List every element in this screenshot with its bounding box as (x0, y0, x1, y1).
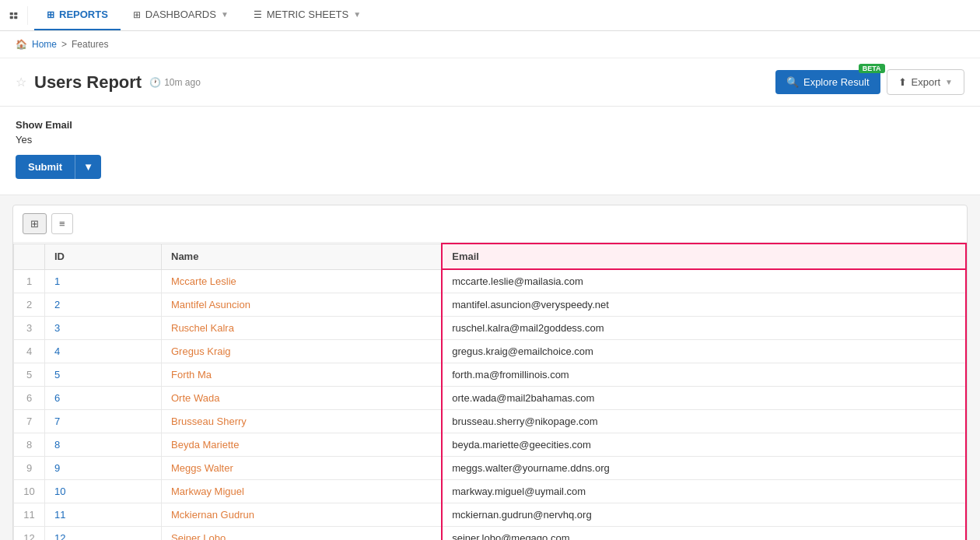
cell-name: Mckiernan Gudrun (162, 503, 443, 527)
filter-label: Show Email (16, 119, 964, 131)
table-row: 66Orte Wadaorte.wada@mail2bahamas.com (14, 387, 967, 410)
cell-name: Orte Wada (162, 387, 443, 410)
id-link[interactable]: 7 (54, 416, 60, 427)
id-link[interactable]: 8 (54, 439, 60, 451)
id-link[interactable]: 5 (54, 369, 60, 380)
cell-id: 6 (45, 387, 162, 410)
table-row: 1111Mckiernan Gudrunmckiernan.gudrun@ner… (14, 503, 967, 527)
name-link[interactable]: Gregus Kraig (171, 345, 231, 357)
cell-id: 10 (45, 480, 162, 503)
cell-id: 1 (45, 269, 162, 293)
filter-value: Yes (16, 134, 964, 146)
name-link[interactable]: Brusseau Sherry (171, 416, 247, 427)
name-link[interactable]: Meggs Walter (171, 462, 233, 474)
table-row: 33Ruschel Kalraruschel.kalra@mail2goddes… (14, 317, 967, 340)
id-link[interactable]: 11 (54, 509, 65, 521)
id-link[interactable]: 2 (54, 299, 60, 310)
cell-name: Meggs Walter (162, 457, 443, 480)
nav-item-reports[interactable]: ⊞ REPORTS (34, 0, 121, 30)
id-link[interactable]: 12 (54, 532, 65, 540)
nav-logo[interactable] (9, 6, 28, 25)
col-header-rownum (14, 244, 45, 269)
grid-icon: ⊞ (30, 218, 39, 230)
table-section: ⊞ ≡ ID Name Email 11Mccarte Lesliemccart… (12, 205, 968, 540)
name-link[interactable]: Mantifel Asuncion (171, 299, 250, 310)
id-link[interactable]: 6 (54, 392, 60, 404)
export-button[interactable]: ⬆ Export ▼ (887, 69, 964, 95)
table-row: 1010Markway Miguelmarkway.miguel@uymail.… (14, 480, 967, 503)
name-link[interactable]: Markway Miguel (171, 486, 244, 497)
table-row: 22Mantifel Asuncionmantifel.asuncion@ver… (14, 293, 967, 317)
time-ago-text: 10m ago (164, 77, 201, 88)
cell-email: gregus.kraig@emailchoice.com (442, 340, 966, 363)
svg-rect-1 (14, 12, 17, 14)
cell-email: orte.wada@mail2bahamas.com (442, 387, 966, 410)
cell-rownum: 2 (14, 293, 45, 317)
cell-email: ruschel.kalra@mail2goddess.com (442, 317, 966, 340)
export-icon: ⬆ (898, 76, 907, 88)
submit-chevron-icon: ▼ (83, 161, 93, 173)
name-link[interactable]: Beyda Mariette (171, 439, 239, 451)
main-nav: ⊞ REPORTS ⊞ DASHBOARDS ▼ ☰ METRIC SHEETS… (34, 0, 373, 30)
nav-item-metric-sheets[interactable]: ☰ METRIC SHEETS ▼ (241, 0, 373, 30)
cell-email: markway.miguel@uymail.com (442, 480, 966, 503)
breadcrumb-home-link[interactable]: Home (32, 39, 57, 50)
table-row: 77Brusseau Sherrybrusseau.sherry@nikopag… (14, 410, 967, 433)
cell-id: 4 (45, 340, 162, 363)
beta-badge: BETA (859, 64, 885, 73)
cell-name: Mantifel Asuncion (162, 293, 443, 317)
nav-dashboards-label: DASHBOARDS (145, 9, 216, 20)
star-icon[interactable]: ☆ (16, 75, 26, 89)
submit-dropdown-button[interactable]: ▼ (75, 155, 101, 179)
cell-email: brusseau.sherry@nikopage.com (442, 410, 966, 433)
cell-id: 7 (45, 410, 162, 433)
submit-button[interactable]: Submit (16, 155, 75, 179)
nav-item-dashboards[interactable]: ⊞ DASHBOARDS ▼ (121, 0, 241, 30)
cell-rownum: 1 (14, 269, 45, 293)
cell-id: 2 (45, 293, 162, 317)
cell-rownum: 4 (14, 340, 45, 363)
explore-search-icon: 🔍 (786, 76, 799, 88)
clock-icon: 🕐 (149, 77, 161, 88)
name-link[interactable]: Seiner Lobo (171, 532, 226, 540)
cell-name: Brusseau Sherry (162, 410, 443, 433)
data-table: ID Name Email 11Mccarte Lesliemccarte.le… (13, 243, 967, 540)
cell-name: Beyda Mariette (162, 433, 443, 457)
id-link[interactable]: 3 (54, 322, 60, 334)
cell-id: 8 (45, 433, 162, 457)
id-link[interactable]: 9 (54, 462, 60, 474)
id-link[interactable]: 10 (54, 486, 65, 497)
name-link[interactable]: Mccarte Leslie (171, 275, 236, 287)
list-view-button[interactable]: ≡ (51, 213, 73, 234)
name-link[interactable]: Mckiernan Gudrun (171, 509, 254, 521)
nav-reports-label: REPORTS (59, 9, 108, 20)
top-nav: ⊞ REPORTS ⊞ DASHBOARDS ▼ ☰ METRIC SHEETS… (0, 0, 980, 31)
explore-result-label: Explore Result (803, 76, 870, 88)
cell-rownum: 5 (14, 363, 45, 387)
cell-name: Seiner Lobo (162, 527, 443, 541)
table-row: 1212Seiner Loboseiner.lobo@megago.com (14, 527, 967, 541)
name-link[interactable]: Ruschel Kalra (171, 322, 234, 334)
home-icon: 🏠 (16, 39, 27, 50)
cell-name: Markway Miguel (162, 480, 443, 503)
id-link[interactable]: 4 (54, 345, 60, 357)
cell-email: meggs.walter@yourname.ddns.org (442, 457, 966, 480)
name-link[interactable]: Forth Ma (171, 369, 212, 380)
table-row: 88Beyda Mariettebeyda.mariette@geecities… (14, 433, 967, 457)
cell-rownum: 9 (14, 457, 45, 480)
cell-name: Gregus Kraig (162, 340, 443, 363)
name-link[interactable]: Orte Wada (171, 392, 219, 404)
cell-id: 5 (45, 363, 162, 387)
grid-view-button[interactable]: ⊞ (23, 213, 47, 234)
col-header-email: Email (442, 244, 966, 269)
cell-email: mckiernan.gudrun@nervhq.org (442, 503, 966, 527)
cell-name: Forth Ma (162, 363, 443, 387)
id-link[interactable]: 1 (54, 275, 60, 287)
metric-sheets-chevron-icon: ▼ (353, 10, 361, 19)
svg-rect-0 (10, 12, 13, 14)
reports-grid-icon: ⊞ (47, 9, 54, 20)
cell-email: forth.ma@fromillinois.com (442, 363, 966, 387)
svg-rect-2 (10, 16, 13, 18)
cell-rownum: 10 (14, 480, 45, 503)
explore-result-button[interactable]: 🔍 Explore Result BETA (775, 70, 880, 94)
